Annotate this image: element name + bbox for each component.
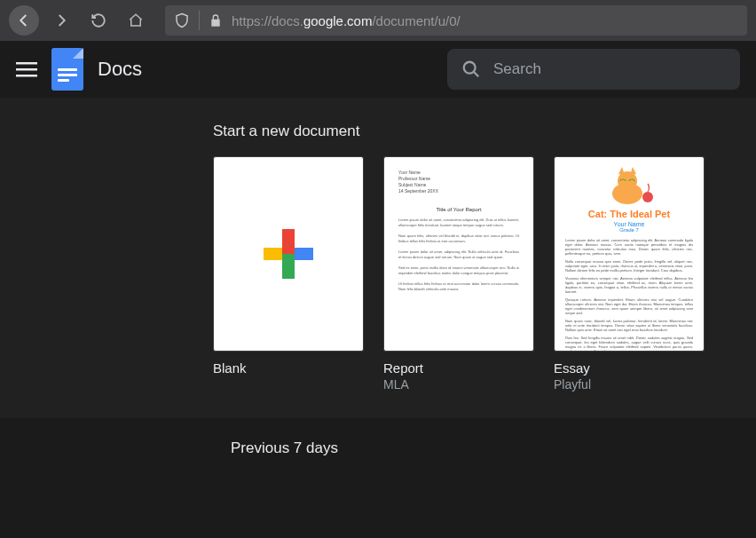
- docs-logo-icon: [51, 48, 83, 91]
- svg-line-4: [474, 72, 479, 77]
- recent-heading: Previous 7 days: [231, 439, 756, 457]
- svg-rect-2: [16, 75, 37, 77]
- forward-button[interactable]: [46, 5, 76, 36]
- app-body: Docs Start a new document Blank: [0, 41, 756, 538]
- recent-documents: Previous 7 days: [0, 418, 756, 457]
- essay-grade-line: Grade 7: [565, 227, 693, 233]
- template-report[interactable]: Your NameProfessor NameSubject Name14 Se…: [383, 156, 534, 392]
- template-style: Playful: [554, 377, 705, 392]
- main-menu-button[interactable]: [16, 59, 37, 80]
- template-style: MLA: [383, 377, 534, 392]
- reload-button[interactable]: [83, 5, 114, 36]
- app-header: Docs: [0, 41, 756, 98]
- svg-point-9: [642, 192, 653, 202]
- address-bar[interactable]: https://docs.google.com/document/u/0/: [165, 5, 747, 36]
- app-title: Docs: [98, 58, 142, 81]
- svg-rect-1: [16, 68, 37, 71]
- shield-icon: [174, 12, 190, 28]
- search-box[interactable]: [447, 49, 740, 90]
- browser-toolbar: https://docs.google.com/document/u/0/: [0, 0, 756, 41]
- gallery-heading: Start a new document: [213, 123, 756, 140]
- url-text: https://docs.google.com/document/u/0/: [232, 13, 461, 28]
- template-name: Report: [383, 360, 534, 376]
- template-thumb: Your NameProfessor NameSubject Name14 Se…: [383, 156, 534, 352]
- template-name: Essay: [554, 360, 705, 376]
- search-icon: [461, 59, 481, 79]
- divider: [199, 11, 200, 30]
- home-button[interactable]: [121, 5, 151, 36]
- template-blank[interactable]: Blank: [213, 156, 364, 392]
- cat-illustration: [565, 166, 693, 207]
- essay-title: Cat: The Ideal Pet: [565, 209, 693, 219]
- template-thumb: [213, 156, 364, 352]
- svg-point-3: [464, 62, 476, 74]
- plus-icon: [264, 229, 313, 279]
- template-essay[interactable]: Cat: The Ideal Pet Your Name Grade 7 Lor…: [554, 156, 705, 392]
- essay-name-line: Your Name: [565, 221, 693, 227]
- lock-icon: [209, 13, 223, 28]
- search-input[interactable]: [493, 60, 726, 78]
- svg-rect-0: [16, 62, 37, 65]
- svg-marker-7: [618, 167, 625, 175]
- svg-marker-8: [630, 167, 636, 175]
- template-row: Blank Your NameProfessor NameSubject Nam…: [213, 156, 756, 392]
- template-name: Blank: [213, 360, 364, 376]
- template-thumb: Cat: The Ideal Pet Your Name Grade 7 Lor…: [554, 156, 705, 352]
- template-gallery: Start a new document Blank: [0, 98, 756, 418]
- back-button[interactable]: [9, 5, 39, 36]
